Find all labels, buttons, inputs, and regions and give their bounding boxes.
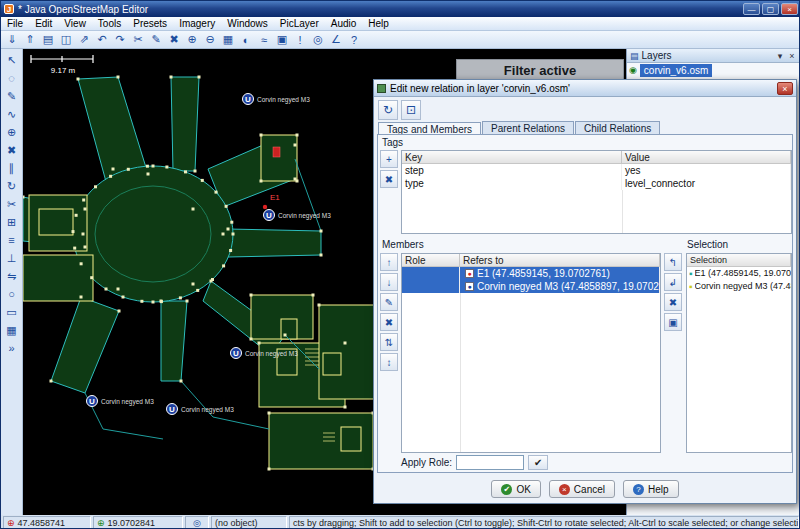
metro-station-marker[interactable]: U Corvin negyed M3	[264, 210, 332, 221]
draw-node-icon[interactable]: ✎	[3, 87, 21, 105]
selection-row[interactable]: ▪ Corvin negyed M3 (47.4858897,	[687, 280, 791, 293]
tag-row[interactable]: step yes	[402, 164, 791, 177]
refresh-relation-icon[interactable]: ↻	[378, 100, 398, 120]
redo-icon[interactable]: ↷	[111, 32, 129, 48]
measure-icon[interactable]: ∠	[327, 32, 345, 48]
download-icon[interactable]: ⇓	[3, 32, 21, 48]
upload-icon[interactable]: ⇑	[21, 32, 39, 48]
imagery-icon[interactable]: ▦	[219, 32, 237, 48]
select-relation-icon[interactable]: ⊡	[401, 100, 421, 120]
undo-icon[interactable]: ↶	[93, 32, 111, 48]
orthogonalize-icon[interactable]: ⊥	[3, 249, 21, 267]
mirror-icon[interactable]: ⇋	[3, 267, 21, 285]
member-row[interactable]: ● E1 (47.4859145, 19.0702761)	[402, 267, 660, 280]
tags-col-key[interactable]: Key	[402, 151, 622, 164]
metro-station-marker[interactable]: U Corvin negyed M3	[243, 94, 311, 105]
multipolygon-icon[interactable]: ▦	[3, 321, 21, 339]
title-bar[interactable]: J * Java OpenStreetMap Editor — ▢ ×	[1, 1, 800, 17]
preferences-icon[interactable]: ▣	[273, 32, 291, 48]
e1-marker[interactable]	[273, 147, 280, 157]
edit-icon[interactable]: ✎	[147, 32, 165, 48]
delete-tool-icon[interactable]: ✖	[3, 141, 21, 159]
menu-item[interactable]: View	[58, 18, 92, 29]
members-col-role[interactable]: Role	[402, 254, 460, 267]
metro-station-marker[interactable]: U Corvin negyed M3	[231, 348, 299, 359]
apply-role-input[interactable]	[456, 455, 524, 470]
tag-value[interactable]: level_connector	[622, 177, 791, 190]
sort-members-icon[interactable]: ⇅	[380, 333, 398, 351]
layers-panel-header[interactable]: ▤ Layers ▾ ×	[627, 49, 800, 63]
menu-item[interactable]: Imagery	[173, 18, 221, 29]
create-circle-icon[interactable]: ○	[3, 285, 21, 303]
select-members-icon[interactable]: ▣	[664, 313, 682, 331]
menu-item[interactable]: Edit	[29, 18, 58, 29]
member-role[interactable]	[402, 267, 460, 280]
selection-row[interactable]: ▪ E1 (47.4859145, 19.0702761)	[687, 267, 791, 280]
selection-col-header[interactable]: Selection	[687, 254, 791, 267]
move-down-icon[interactable]: ↓	[380, 273, 398, 291]
tag-key[interactable]: step	[402, 164, 622, 177]
gps-traces-icon[interactable]: ≈	[255, 32, 273, 48]
e1-poi[interactable]: E1	[263, 193, 281, 209]
members-table[interactable]: Role Refers to ● E1 (47.4859145, 19.0702…	[401, 253, 661, 453]
reverse-order-icon[interactable]: ↕	[380, 353, 398, 371]
add-members-after-icon[interactable]: ↲	[664, 273, 682, 291]
edit-member-icon[interactable]: ✎	[380, 293, 398, 311]
audio-icon[interactable]: ◎	[309, 32, 327, 48]
parallel-tool-icon[interactable]: ∥	[3, 159, 21, 177]
metro-station-marker[interactable]: U Corvin negyed M3	[167, 404, 235, 415]
member-row[interactable]: ● Corvin negyed M3 (47.4858897, 19.07028…	[402, 280, 660, 293]
dialog-title-bar[interactable]: Edit new relation in layer 'corvin_v6.os…	[374, 80, 796, 97]
rotate-tool-icon[interactable]: ↻	[3, 177, 21, 195]
menu-item[interactable]: File	[1, 18, 29, 29]
menu-item[interactable]: Help	[362, 18, 395, 29]
tags-col-value[interactable]: Value	[622, 151, 791, 164]
minimize-button[interactable]: —	[743, 3, 760, 15]
wms-layer-icon[interactable]: ◐	[237, 32, 255, 48]
zoom-out-icon[interactable]: ⊖	[201, 32, 219, 48]
remove-members-icon[interactable]: ✖	[664, 293, 682, 311]
close-button[interactable]: ×	[781, 3, 798, 15]
align-nodes-icon[interactable]: ≡	[3, 231, 21, 249]
member-role[interactable]	[402, 280, 460, 293]
maximize-button[interactable]: ▢	[762, 3, 779, 15]
lasso-tool-icon[interactable]: ◌	[3, 69, 21, 87]
help-button[interactable]: ? Help	[623, 480, 679, 498]
move-up-icon[interactable]: ↑	[380, 253, 398, 271]
member-refers-to[interactable]: ● Corvin negyed M3 (47.4858897, 19.07028…	[460, 280, 660, 293]
rectangle-tool-icon[interactable]: ▭	[3, 303, 21, 321]
menu-item[interactable]: Windows	[221, 18, 274, 29]
draw-way-icon[interactable]: ∿	[3, 105, 21, 123]
member-refers-to[interactable]: ● E1 (47.4859145, 19.0702761)	[460, 267, 660, 280]
menu-item[interactable]: PicLayer	[274, 18, 325, 29]
zoom-in-icon[interactable]: ⊕	[183, 32, 201, 48]
tags-table[interactable]: Key Value step yes type level_connector	[401, 150, 792, 234]
layer-visibility-icon[interactable]: ◉	[629, 65, 637, 75]
cut-icon[interactable]: ✂	[129, 32, 147, 48]
delete-tag-icon[interactable]: ✖	[380, 170, 398, 188]
export-icon[interactable]: ⇗	[75, 32, 93, 48]
tag-row[interactable]: type level_connector	[402, 177, 791, 190]
tag-key[interactable]: type	[402, 177, 622, 190]
cancel-button[interactable]: × Cancel	[549, 480, 615, 498]
combine-way-icon[interactable]: ⊞	[3, 213, 21, 231]
metro-station-marker[interactable]: U Corvin negyed M3	[87, 396, 155, 407]
remove-member-icon[interactable]: ✖	[380, 313, 398, 331]
zoom-tool-icon[interactable]: ⊕	[3, 123, 21, 141]
add-tag-icon[interactable]: +	[380, 150, 398, 168]
panel-close-icon[interactable]: ×	[786, 51, 798, 61]
apply-role-button[interactable]: ✔	[528, 455, 548, 470]
dialog-close-icon[interactable]: ×	[777, 82, 793, 95]
split-way-icon[interactable]: ✂	[3, 195, 21, 213]
tag-value[interactable]: yes	[622, 164, 791, 177]
delete-icon[interactable]: ✖	[165, 32, 183, 48]
members-col-refers-to[interactable]: Refers to	[460, 254, 660, 267]
panel-menu-icon[interactable]: ▾	[774, 51, 786, 61]
layer-name[interactable]: corvin_v6.osm	[640, 64, 712, 77]
layer-row[interactable]: ◉ corvin_v6.osm	[627, 63, 800, 77]
menu-item[interactable]: Presets	[127, 18, 173, 29]
selection-list[interactable]: Selection ▪ E1 (47.4859145, 19.0702761) …	[686, 253, 792, 453]
menu-item[interactable]: Audio	[325, 18, 363, 29]
select-tool-icon[interactable]: ↖	[3, 51, 21, 69]
menu-item[interactable]: Tools	[92, 18, 127, 29]
